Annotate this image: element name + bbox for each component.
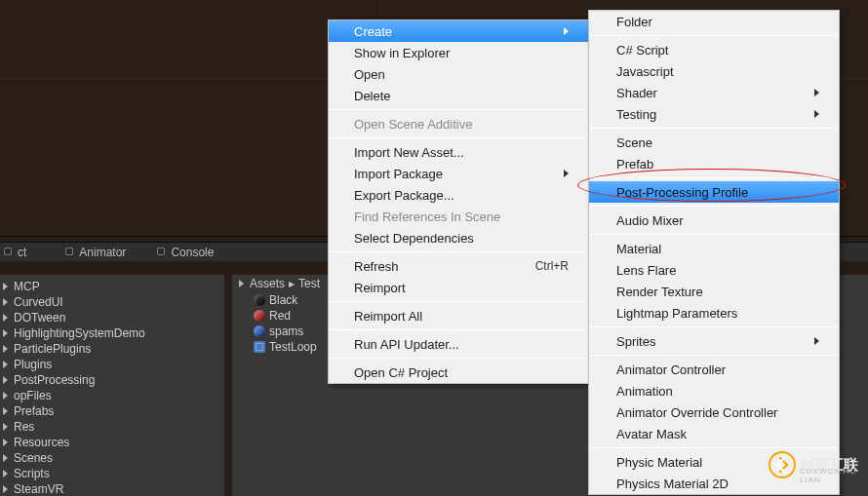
panel-menu-icon <box>2 247 13 257</box>
foldout-icon[interactable] <box>0 405 12 417</box>
hierarchy-item[interactable]: Res <box>0 419 224 435</box>
menu-separator <box>590 355 838 356</box>
menu-separator <box>330 251 587 252</box>
hierarchy-item[interactable]: ParticlePlugins <box>0 341 224 357</box>
foldout-icon[interactable] <box>0 374 12 386</box>
watermark: 创新互联 CDXWCX.HU LIAN <box>769 451 858 478</box>
foldout-icon[interactable] <box>0 437 12 448</box>
submenu-csharp-script[interactable]: C# Script <box>589 39 839 60</box>
hierarchy-item[interactable]: SteamVR <box>0 481 224 496</box>
menu-open[interactable]: Open <box>329 63 588 85</box>
watermark-subtext: CDXWCX.HU LIAN <box>800 467 858 484</box>
submenu-scene[interactable]: Scene <box>589 132 839 153</box>
submenu-folder[interactable]: Folder <box>589 11 839 32</box>
foldout-icon[interactable] <box>0 296 12 308</box>
hierarchy-item[interactable]: opFiles <box>0 388 224 403</box>
submenu-javascript[interactable]: Javascript <box>589 60 839 82</box>
menu-create[interactable]: Create <box>329 20 588 42</box>
hierarchy-item[interactable]: Scripts <box>0 466 224 481</box>
submenu-post-processing-profile[interactable]: Post-Processing Profile <box>589 181 839 203</box>
menu-find-references: Find References In Scene <box>329 206 588 227</box>
foldout-icon[interactable] <box>0 359 12 370</box>
submenu-animator-controller[interactable]: Animator Controller <box>589 359 839 380</box>
menu-refresh[interactable]: RefreshCtrl+R <box>329 255 588 277</box>
hierarchy-item[interactable]: Resources <box>0 435 224 450</box>
submenu-arrow-icon <box>564 27 569 35</box>
menu-import-package[interactable]: Import Package <box>329 163 588 184</box>
submenu-lightmap-parameters[interactable]: Lightmap Parameters <box>589 302 839 324</box>
context-menu: Create Show in Explorer Open Delete Open… <box>328 19 589 384</box>
tab-label: ct <box>18 246 26 259</box>
panel-menu-icon <box>155 247 166 257</box>
watermark-icon <box>769 451 796 478</box>
menu-export-package[interactable]: Export Package... <box>329 184 588 206</box>
menu-separator <box>330 301 587 302</box>
hierarchy-item[interactable]: Prefabs <box>0 403 224 419</box>
tab-console[interactable]: Console <box>153 244 223 261</box>
menu-delete[interactable]: Delete <box>329 85 588 106</box>
hierarchy-panel: MCP CurvedUI DOTween HighlightingSystemD… <box>0 275 224 496</box>
material-icon <box>254 310 265 322</box>
foldout-icon[interactable] <box>0 421 12 433</box>
shortcut-label: Ctrl+R <box>535 259 569 273</box>
menu-open-csharp-project[interactable]: Open C# Project <box>329 362 588 383</box>
menu-reimport-all[interactable]: Reimport All <box>329 305 588 326</box>
submenu-testing[interactable]: Testing <box>589 103 839 125</box>
tab-project[interactable]: ct <box>0 244 36 261</box>
breadcrumb-root[interactable]: Assets <box>250 277 285 290</box>
hierarchy-item[interactable]: DOTween <box>0 310 224 325</box>
foldout-icon[interactable] <box>0 468 12 479</box>
hierarchy-item[interactable]: PostProcessing <box>0 372 224 388</box>
menu-separator <box>330 137 587 138</box>
submenu-avatar-mask[interactable]: Avatar Mask <box>589 423 839 444</box>
material-icon <box>254 325 265 337</box>
foldout-icon[interactable] <box>0 312 12 324</box>
menu-separator <box>330 109 587 110</box>
submenu-animator-override-controller[interactable]: Animator Override Controller <box>589 401 839 423</box>
hierarchy-item[interactable]: HighlightingSystemDemo <box>0 325 224 341</box>
submenu-arrow-icon <box>814 89 819 96</box>
menu-import-new-asset[interactable]: Import New Asset... <box>329 141 588 163</box>
create-submenu: Folder C# Script Javascript Shader Testi… <box>588 10 840 495</box>
csharp-icon <box>254 341 265 353</box>
breadcrumb-separator: ▸ <box>289 277 295 290</box>
submenu-material[interactable]: Material <box>589 238 839 259</box>
menu-separator <box>590 447 838 448</box>
submenu-audio-mixer[interactable]: Audio Mixer <box>589 210 839 231</box>
breadcrumb-current[interactable]: Test <box>298 277 320 290</box>
menu-separator <box>590 35 838 36</box>
submenu-lens-flare[interactable]: Lens Flare <box>589 259 839 281</box>
foldout-icon[interactable] <box>0 483 12 495</box>
submenu-arrow-icon <box>814 110 819 118</box>
menu-separator <box>330 358 587 359</box>
foldout-icon[interactable] <box>0 452 12 464</box>
menu-select-dependencies[interactable]: Select Dependencies <box>329 227 588 248</box>
tab-animator[interactable]: Animator <box>61 244 136 261</box>
hierarchy-item[interactable]: MCP <box>0 279 224 294</box>
submenu-animation[interactable]: Animation <box>589 380 839 401</box>
submenu-render-texture[interactable]: Render Texture <box>589 281 839 302</box>
foldout-icon[interactable] <box>0 327 12 339</box>
hierarchy-item[interactable]: CurvedUI <box>0 294 224 310</box>
menu-open-scene-additive: Open Scene Additive <box>329 113 588 134</box>
menu-separator <box>330 329 587 330</box>
tab-label: Animator <box>79 246 126 259</box>
menu-separator <box>590 177 838 178</box>
menu-separator <box>590 234 838 235</box>
menu-run-api-updater[interactable]: Run API Updater... <box>329 333 588 355</box>
menu-separator <box>590 326 838 327</box>
foldout-icon[interactable] <box>0 281 12 292</box>
submenu-prefab[interactable]: Prefab <box>589 153 839 174</box>
menu-separator <box>590 206 838 207</box>
hierarchy-item[interactable]: Scenes <box>0 450 224 466</box>
panel-menu-icon <box>63 247 74 257</box>
submenu-sprites[interactable]: Sprites <box>589 330 839 352</box>
menu-separator <box>590 128 838 129</box>
foldout-icon[interactable] <box>236 278 248 289</box>
menu-show-in-explorer[interactable]: Show in Explorer <box>329 42 588 63</box>
submenu-shader[interactable]: Shader <box>589 82 839 103</box>
foldout-icon[interactable] <box>0 343 12 355</box>
hierarchy-item[interactable]: Plugins <box>0 357 224 372</box>
menu-reimport[interactable]: Reimport <box>329 277 588 298</box>
foldout-icon[interactable] <box>0 390 12 401</box>
